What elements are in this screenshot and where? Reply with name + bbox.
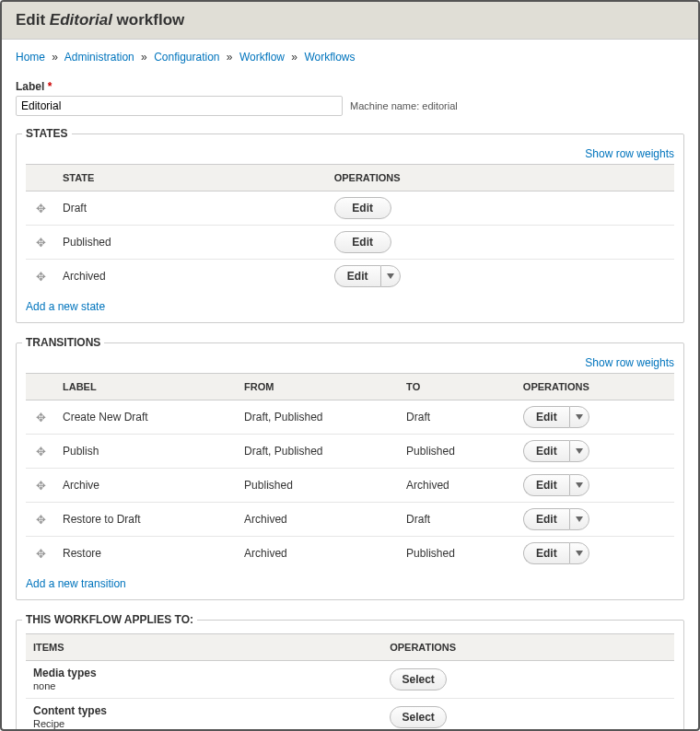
applies-legend: THIS WORKFLOW APPLIES TO: (22, 613, 197, 626)
required-mark: * (48, 80, 52, 93)
breadcrumb-workflows[interactable]: Workflows (304, 51, 355, 64)
edit-button[interactable]: Edit (523, 474, 569, 496)
transitions-col-to: TO (399, 374, 516, 400)
machine-name-text: Machine name: editorial (350, 100, 458, 111)
transition-label: Publish (55, 435, 237, 469)
select-button[interactable]: Select (390, 706, 447, 728)
chevron-down-icon (576, 551, 583, 556)
state-row: ✥ Published Edit (26, 226, 674, 260)
transitions-panel: TRANSITIONS Show row weights LABEL FROM … (16, 336, 684, 600)
chevron-down-icon (576, 516, 583, 522)
applies-col-items: ITEMS (26, 634, 382, 661)
transition-to: Draft (399, 503, 516, 537)
transition-row: ✥ArchivePublishedArchivedEdit (26, 469, 674, 503)
page-title: Edit Editorial workflow (16, 11, 684, 29)
label-field-label: Label * (16, 80, 684, 93)
title-prefix: Edit (16, 11, 50, 29)
applies-col-ops: OPERATIONS (382, 634, 674, 661)
state-row: ✥ Archived Edit (26, 260, 674, 294)
chevron-down-icon (576, 482, 583, 488)
dropdown-toggle[interactable] (569, 474, 589, 496)
transition-to: Draft (399, 400, 516, 435)
states-legend: STATES (22, 127, 72, 140)
drag-handle-icon[interactable]: ✥ (33, 547, 48, 561)
edit-button[interactable]: Edit (334, 265, 380, 287)
breadcrumb-administration[interactable]: Administration (64, 51, 134, 64)
dropdown-toggle[interactable] (569, 440, 589, 462)
drag-handle-icon[interactable]: ✥ (33, 411, 48, 424)
applies-panel: THIS WORKFLOW APPLIES TO: ITEMS OPERATIO… (16, 613, 684, 731)
applies-item-title: Media types (33, 667, 375, 679)
transition-from: Archived (237, 503, 399, 537)
states-table: STATE OPERATIONS ✥ Draft Edit ✥ Publishe… (26, 164, 674, 293)
transition-from: Draft, Published (237, 400, 399, 435)
drag-handle-icon[interactable]: ✥ (33, 202, 48, 215)
transitions-show-row-weights-link[interactable]: Show row weights (585, 356, 674, 369)
transition-row: ✥Create New DraftDraft, PublishedDraftEd… (26, 400, 674, 435)
drag-handle-icon[interactable]: ✥ (33, 445, 48, 458)
dropdown-toggle[interactable] (569, 508, 589, 530)
state-label: Draft (55, 191, 327, 226)
breadcrumb-sep: » (48, 51, 62, 64)
transition-label: Create New Draft (55, 400, 237, 435)
transition-label: Archive (55, 469, 237, 503)
states-show-row-weights-link[interactable]: Show row weights (585, 147, 674, 160)
transition-to: Archived (399, 469, 516, 503)
edit-button[interactable]: Edit (523, 406, 569, 428)
dropdown-toggle[interactable] (380, 265, 401, 287)
transition-from: Published (237, 469, 399, 503)
drag-handle-icon[interactable]: ✥ (33, 479, 48, 493)
applies-item-subtext: Recipe (33, 718, 64, 729)
edit-button[interactable]: Edit (523, 440, 569, 462)
drag-handle-icon[interactable]: ✥ (33, 513, 48, 527)
edit-button[interactable]: Edit (334, 231, 391, 253)
states-col-state: STATE (55, 165, 327, 191)
transitions-table: LABEL FROM TO OPERATIONS ✥Create New Dra… (26, 373, 674, 570)
applies-row: Content types Recipe Select (26, 699, 674, 732)
select-button[interactable]: Select (390, 668, 447, 690)
states-col-ops: OPERATIONS (327, 165, 674, 191)
breadcrumb: Home » Administration » Configuration » … (16, 51, 684, 64)
drag-handle-icon[interactable]: ✥ (33, 236, 48, 249)
transitions-col-label: LABEL (55, 374, 237, 400)
transitions-col-from: FROM (237, 374, 399, 400)
label-field-text: Label (16, 80, 44, 93)
transition-to: Published (399, 435, 516, 469)
chevron-down-icon (576, 448, 583, 454)
transition-label: Restore (55, 537, 237, 571)
add-state-link[interactable]: Add a new state (26, 300, 105, 313)
transition-row: ✥RestoreArchivedPublishedEdit (26, 537, 674, 571)
transition-row: ✥Restore to DraftArchivedDraftEdit (26, 503, 674, 537)
add-transition-link[interactable]: Add a new transition (26, 577, 126, 590)
edit-button[interactable]: Edit (523, 542, 569, 564)
transitions-col-ops: OPERATIONS (516, 374, 674, 400)
transition-from: Draft, Published (237, 435, 399, 469)
page-titlebar: Edit Editorial workflow (2, 2, 698, 40)
drag-handle-icon[interactable]: ✥ (33, 270, 48, 284)
edit-button[interactable]: Edit (334, 197, 391, 219)
applies-row: Media types none Select (26, 661, 674, 699)
breadcrumb-workflow[interactable]: Workflow (239, 51, 285, 64)
breadcrumb-configuration[interactable]: Configuration (154, 51, 219, 64)
title-emphasis: Editorial (50, 11, 112, 29)
breadcrumb-home[interactable]: Home (16, 51, 45, 64)
state-row: ✥ Draft Edit (26, 191, 674, 226)
dropdown-toggle[interactable] (569, 542, 589, 564)
transitions-legend: TRANSITIONS (22, 336, 104, 349)
transition-label: Restore to Draft (55, 503, 237, 537)
dropdown-toggle[interactable] (569, 406, 589, 428)
chevron-down-icon (576, 414, 583, 420)
state-label: Archived (55, 260, 327, 294)
transition-from: Archived (237, 537, 399, 571)
applies-item-subtext: none (33, 680, 55, 691)
edit-button[interactable]: Edit (523, 508, 569, 530)
applies-table: ITEMS OPERATIONS Media types none Select (26, 633, 674, 731)
breadcrumb-sep: » (287, 51, 301, 64)
states-panel: STATES Show row weights STATE OPERATIONS… (16, 127, 684, 323)
applies-item-title: Content types (33, 704, 375, 717)
chevron-down-icon (387, 273, 394, 279)
breadcrumb-sep: » (223, 51, 237, 64)
transition-row: ✥PublishDraft, PublishedPublishedEdit (26, 435, 674, 469)
label-input[interactable] (16, 96, 343, 116)
title-suffix: workflow (112, 11, 184, 29)
